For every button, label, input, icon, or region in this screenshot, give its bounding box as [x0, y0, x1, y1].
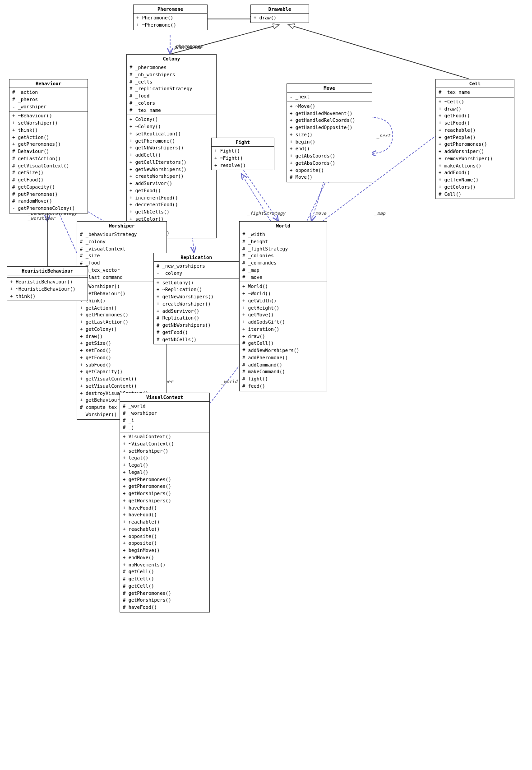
label-world: _world [221, 379, 237, 384]
class-colony-methods: + Colony() + ~Colony() + setReplication(… [127, 115, 216, 238]
class-drawable-methods: + draw() [251, 14, 309, 23]
label-move: _move [313, 211, 326, 216]
class-drawable-title: Drawable [251, 5, 309, 14]
class-replication-title: Replication [154, 253, 239, 262]
class-cell-attrs: # _tex_name [436, 88, 514, 97]
class-behaviour-methods: + ~Behaviour() + setWorshiper() + think(… [9, 111, 88, 213]
label-map: _map [375, 211, 385, 216]
class-cell-methods: + ~Cell() + draw() + getFood() + setFood… [436, 97, 514, 199]
svg-line-9 [293, 26, 469, 79]
class-cell-title: Cell [436, 79, 514, 88]
class-pheromone-methods: + Pheromone() + ~Pheromone() [134, 14, 207, 30]
label-next: _next [377, 133, 390, 138]
class-pheromone: Pheromone + Pheromone() + ~Pheromone() [133, 5, 208, 30]
class-colony-title: Colony [127, 55, 216, 63]
class-behaviour-title: Behaviour [9, 79, 88, 88]
class-drawable: Drawable + draw() [250, 5, 309, 23]
class-heuristic-behaviour-title: HeuristicBehaviour [7, 267, 88, 275]
label-fight-strategy: _fightStrategy [247, 211, 285, 216]
class-visual-context-methods: + VisualContext() + ~VisualContext() + s… [120, 432, 209, 612]
class-cell: Cell # _tex_name + ~Cell() + draw() + ge… [435, 79, 514, 199]
class-visual-context-attrs: # _world # _worshiper # _i # _j [120, 402, 209, 432]
class-visual-context-title: VisualContext [120, 393, 209, 402]
class-heuristic-behaviour-methods: + HeuristicBehaviour() + ~HeuristicBehav… [7, 278, 88, 301]
class-colony: Colony # _pheromones # _nb_worshipers # … [126, 54, 217, 238]
class-move-methods: + ~Move() + getHandledMovement() + getHa… [287, 102, 372, 182]
class-behaviour: Behaviour # _action # _pheros - _worship… [9, 79, 88, 213]
label-pheromones: _pheromones [173, 44, 203, 49]
class-fight-title: Fight [212, 138, 274, 147]
class-move: Move - _next + ~Move() + getHandledMovem… [287, 83, 372, 182]
class-pheromone-title: Pheromone [134, 5, 207, 14]
class-fight: Fight + Fight() + ~Fight() + resolve() [211, 138, 274, 170]
class-behaviour-attrs: # _action # _pheros - _worshiper [9, 88, 88, 111]
class-world: World # _width # _height # _fightStrateg… [239, 221, 327, 391]
svg-line-3 [170, 26, 274, 54]
class-move-attrs: - _next [287, 93, 372, 102]
class-world-title: World [240, 222, 327, 230]
class-world-methods: + World() + ~World() + getWidth() + getH… [240, 282, 327, 390]
class-worshiper-title: Worshiper [77, 222, 167, 230]
class-heuristic-behaviour: HeuristicBehaviour + HeuristicBehaviour(… [7, 266, 88, 301]
class-replication-attrs: # _new_worshipers - _colony [154, 262, 239, 278]
class-replication: Replication # _new_worshipers - _colony … [153, 253, 239, 344]
class-visual-context: VisualContext # _world # _worshiper # _i… [120, 393, 210, 612]
class-move-title: Move [287, 84, 372, 93]
class-replication-methods: + setColony() + ~Replication() + getNewW… [154, 278, 239, 344]
class-colony-attrs: # _pheromones # _nb_worshipers # _cells … [127, 63, 216, 115]
diagram-container: _pheromones [0, 0, 532, 770]
class-fight-methods: + Fight() + ~Fight() + resolve() [212, 147, 274, 170]
class-world-attrs: # _width # _height # _fightStrategy # _c… [240, 230, 327, 282]
